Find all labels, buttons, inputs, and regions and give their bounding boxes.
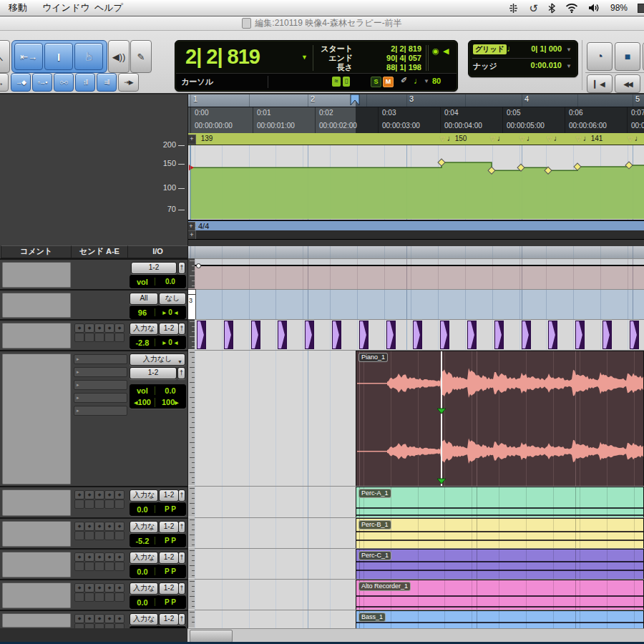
midi-note[interactable]: [413, 321, 422, 349]
send-button[interactable]: [104, 531, 114, 540]
tempo-event-marker[interactable]: ▽ ♩141: [576, 134, 602, 142]
bluetooth-icon[interactable]: [548, 3, 555, 14]
send-slot[interactable]: ▸: [74, 380, 127, 390]
metronome-icon[interactable]: ◉: [432, 47, 439, 56]
midi-note[interactable]: [197, 321, 206, 349]
input-path-button[interactable]: All: [130, 293, 158, 305]
midi-clip-perc-a[interactable]: Perc-A_1: [356, 487, 644, 517]
volume-fader-button[interactable]: †: [178, 262, 185, 274]
input-path-button[interactable]: 入力な: [130, 489, 158, 502]
length-value[interactable]: 88| 1| 198: [353, 63, 421, 72]
send-button[interactable]: [94, 333, 104, 342]
track-lane-Piano_1[interactable]: Piano_1: [187, 350, 644, 486]
end-value[interactable]: 90| 4| 057: [353, 54, 421, 63]
track-lane-Perc-B_1[interactable]: Perc-B_1: [187, 517, 644, 548]
send-button[interactable]: ◆: [104, 614, 114, 623]
send-button[interactable]: [114, 592, 125, 602]
send-button[interactable]: ◆: [114, 490, 125, 499]
send-button[interactable]: ◆: [84, 522, 94, 531]
send-button[interactable]: ◆: [104, 490, 114, 499]
mirror-midi-edit-button[interactable]: ≡‖: [97, 73, 117, 92]
send-button[interactable]: ◆: [94, 614, 104, 623]
online-button[interactable]: ◔: [587, 42, 613, 71]
track-lane-Perc-C_1[interactable]: Perc-C_1: [187, 548, 644, 579]
send-button[interactable]: [104, 562, 114, 571]
comment-box-midi[interactable]: [2, 323, 71, 348]
output-path-button[interactable]: なし: [159, 293, 186, 305]
send-button[interactable]: ◆: [84, 323, 94, 333]
audition-speaker-button[interactable]: ◀)): [108, 40, 130, 73]
send-button[interactable]: [94, 562, 104, 571]
edit-timeline[interactable]: 123450:000:010:020:030:040:050:060:0700:…: [187, 93, 644, 644]
horizontal-scrollbar[interactable]: [187, 628, 644, 643]
midi-note[interactable]: [305, 321, 314, 349]
send-button[interactable]: ◆: [104, 323, 114, 333]
track-lcd-display[interactable]: -2.8▸ 0 ◂: [130, 336, 186, 349]
track-lcd-display[interactable]: 0.0P P: [130, 502, 186, 516]
midi-note-bar[interactable]: [356, 561, 643, 562]
output-path-button[interactable]: 1-2: [159, 582, 179, 595]
tempo-event-marker[interactable]: ▽ ♩150: [440, 134, 467, 142]
add-tempo-button[interactable]: +: [187, 135, 196, 145]
send-button[interactable]: [84, 333, 94, 342]
send-button[interactable]: ◆: [114, 323, 125, 333]
wifi-icon[interactable]: [565, 3, 578, 13]
volume-fader-button[interactable]: †: [178, 323, 185, 335]
note-dropdown-icon[interactable]: ▼: [424, 78, 429, 84]
comment-box-perc-b[interactable]: [2, 521, 71, 547]
send-button[interactable]: ◆: [114, 614, 125, 623]
volume-fader-button[interactable]: †: [178, 552, 185, 564]
send-button[interactable]: [94, 531, 104, 540]
send-button[interactable]: ◆: [114, 552, 125, 562]
track-lane-Bass_1[interactable]: Bass_1: [187, 610, 644, 628]
volume-fader-button[interactable]: †: [178, 489, 185, 502]
stop-button[interactable]: ■: [615, 42, 640, 71]
add-marker-button[interactable]: +: [187, 230, 196, 240]
comment-box-bass[interactable]: [2, 613, 71, 628]
counter-dropdown-icon[interactable]: ▼: [301, 54, 308, 61]
tab-to-transient-button[interactable]: →◆: [11, 73, 31, 92]
midi-note-bar[interactable]: [356, 606, 643, 608]
send-button[interactable]: ◆: [74, 614, 84, 623]
send-button[interactable]: ◆: [74, 522, 84, 531]
track-lane-midi[interactable]: [187, 319, 644, 350]
send-button[interactable]: ◆: [74, 583, 84, 592]
output-path-button[interactable]: 1-2: [159, 521, 179, 533]
midi-clip-perc-c[interactable]: Perc-C_1: [356, 549, 644, 579]
midi-note-bar[interactable]: [356, 540, 643, 541]
grid-mode-badge[interactable]: グリッド: [473, 44, 507, 54]
midi-note-bar[interactable]: [356, 531, 643, 532]
midi-note[interactable]: [602, 321, 612, 349]
waveform-view-icon[interactable]: ≈: [332, 77, 341, 87]
volume-fader-button[interactable]: †: [178, 521, 185, 533]
send-button[interactable]: ◆: [104, 583, 114, 592]
volume-icon[interactable]: [588, 3, 600, 13]
send-button[interactable]: [74, 531, 84, 540]
send-button[interactable]: [114, 562, 125, 571]
trim-tool-button[interactable]: ⇤→: [14, 43, 43, 70]
midi-note[interactable]: [278, 321, 287, 349]
send-button[interactable]: ◆: [74, 323, 84, 333]
clip-list-icon[interactable]: ▯: [343, 77, 350, 87]
send-button[interactable]: ◆: [104, 552, 114, 562]
smart-tool-pencil-button[interactable]: ✎: [130, 40, 152, 73]
playhead-flag[interactable]: [350, 94, 360, 107]
volume-fader-button[interactable]: †: [178, 613, 185, 625]
output-path-button[interactable]: 1-2: [159, 552, 179, 564]
track-lcd-display[interactable]: -5.2P P: [130, 534, 186, 547]
insertion-follows-playback-button[interactable]: ▫→▪: [32, 73, 52, 92]
send-button[interactable]: [74, 592, 84, 602]
midi-clip-perc-b[interactable]: Perc-B_1: [356, 518, 644, 548]
send-button[interactable]: ◆: [94, 522, 104, 531]
midi-note-bar[interactable]: [356, 622, 643, 623]
send-button[interactable]: [114, 531, 125, 540]
send-button[interactable]: [104, 333, 114, 342]
menu-item-2[interactable]: ウインドウ: [39, 0, 93, 16]
horizontal-scrollbar-thumb[interactable]: [190, 630, 233, 643]
input-path-button[interactable]: 入力な: [130, 613, 158, 625]
midi-note-bar[interactable]: [356, 514, 643, 516]
grid-dropdown-icon[interactable]: ▼: [566, 47, 572, 53]
midi-clip-bass[interactable]: Bass_1: [356, 610, 644, 628]
rewind-button[interactable]: ◀◀: [615, 74, 640, 93]
tempo-event-marker[interactable]: ▽ ♩: [490, 134, 505, 142]
